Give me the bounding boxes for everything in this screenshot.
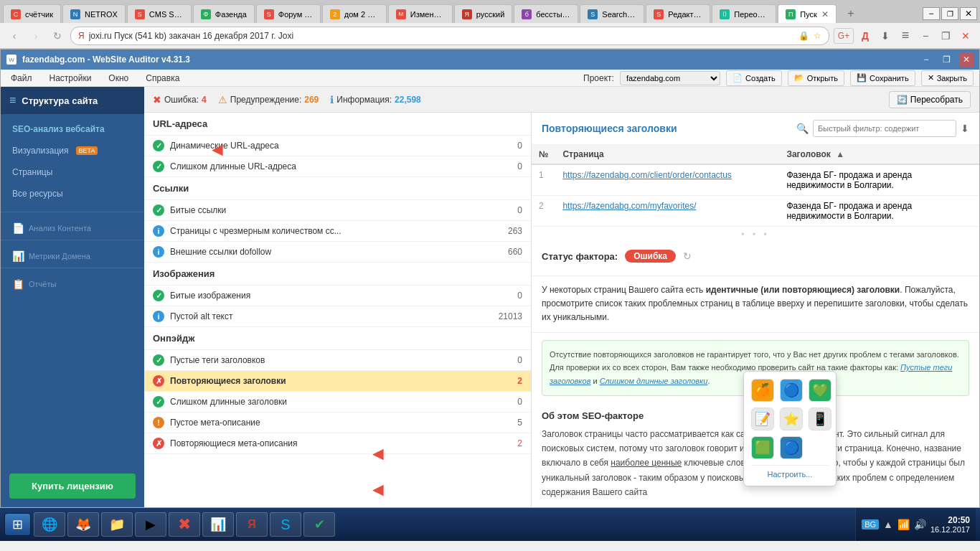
audit-item-dup-meta[interactable]: ✗ Повторяющиеся мета-описания 2 [144, 433, 531, 454]
popup-settings-link[interactable]: Настроить... [751, 465, 829, 479]
project-label: Проект: [583, 73, 614, 83]
tray-lang[interactable]: BG [862, 519, 879, 529]
browser-tab-5[interactable]: S Форум р... [256, 4, 321, 23]
browser-tab-4[interactable]: Ф Фазенда [193, 4, 255, 23]
browser-tab-11[interactable]: S Редактир... [646, 4, 710, 23]
menu-settings[interactable]: Настройки [45, 72, 96, 85]
audit-item-empty-titles[interactable]: ✓ Пустые теги заголовков 0 [144, 350, 531, 371]
window-close-icon[interactable]: ✕ [957, 27, 974, 44]
new-tab-button[interactable]: + [841, 4, 861, 23]
taskbar-app-x[interactable]: ✖ [169, 512, 200, 537]
audit-icon-green-4: ✓ [153, 290, 164, 301]
row-2-link[interactable]: https://fazendabg.com/myfavorites/ [562, 201, 696, 211]
taskbar-app-media[interactable]: ▶ [135, 512, 166, 537]
popup-icon-3[interactable]: 💚 [809, 379, 831, 402]
tray-arrow-icon[interactable]: ▲ [883, 519, 893, 530]
app-close[interactable]: ✕ [959, 52, 974, 67]
audit-item-empty-meta[interactable]: ! Пустое мета-описание 5 [144, 413, 531, 433]
buy-license-button[interactable]: Купить лицензию [9, 474, 136, 499]
tab-close-13[interactable]: ✕ [821, 9, 829, 19]
audit-item-broken-images[interactable]: ✓ Битые изображения 0 [144, 286, 531, 306]
tray-net-icon[interactable]: 📶 [897, 519, 910, 530]
sidebar-item-seo[interactable]: SEO-анализ вебсайта [1, 118, 144, 140]
minimize-browser[interactable]: − [923, 7, 940, 20]
taskbar-app-yandex[interactable]: Я [236, 512, 268, 537]
project-select[interactable]: fazendabg.com [620, 71, 720, 85]
taskbar-app-firefox[interactable]: 🦊 [67, 512, 99, 537]
app-minimize[interactable]: − [919, 52, 933, 67]
forward-button[interactable]: › [27, 27, 44, 44]
rebuild-button[interactable]: 🔄 Пересобрать [889, 91, 971, 108]
row-1-url[interactable]: https://fazendabg.com/client/order/conta… [555, 164, 779, 196]
tray-volume-icon[interactable]: 🔊 [914, 519, 926, 530]
browser-tab-13[interactable]: П Пуск ✕ [778, 4, 837, 23]
taskbar-app-check[interactable]: ✔ [303, 512, 335, 537]
sidebar-section-reports[interactable]: 📋 Отчёты [1, 271, 144, 293]
menu-browser-icon[interactable]: ≡ [897, 27, 914, 44]
menu-window[interactable]: Окно [104, 72, 133, 85]
taskbar-app-skype[interactable]: S [270, 512, 301, 537]
create-button[interactable]: 📄 Создать [726, 70, 782, 86]
app-maximize[interactable]: ❐ [939, 52, 953, 67]
taskbar-app-chart[interactable]: 📊 [202, 512, 234, 537]
sidebar-item-pages[interactable]: Страницы [1, 161, 144, 183]
refresh-icon[interactable]: ↻ [683, 250, 692, 262]
close-browser[interactable]: ✕ [960, 7, 977, 20]
audit-item-dup-titles[interactable]: ✗ Повторяющиеся заголовки 2 [144, 371, 531, 392]
audit-item-dynamic-urls[interactable]: ✓ Динамические URL-адреса 0 [144, 136, 531, 156]
popup-icon-1[interactable]: 🍊 [751, 379, 774, 402]
popup-icon-8[interactable]: 🔵 [780, 436, 803, 459]
download-browser-icon[interactable]: ⬇ [877, 27, 894, 44]
audit-item-empty-alt[interactable]: i Пустой alt текст 21013 [144, 306, 531, 327]
close-project-button[interactable]: ✕ Закрыть [921, 70, 974, 86]
browser-tab-10[interactable]: S Search C... [580, 4, 644, 23]
popup-icon-2[interactable]: 🔵 [780, 379, 803, 402]
row-2-url[interactable]: https://fazendabg.com/myfavorites/ [555, 196, 779, 227]
extensions-icon[interactable]: G+ [834, 28, 854, 44]
open-button[interactable]: 📂 Открыть [788, 70, 844, 86]
tab-label-9: бесстыд... [536, 10, 570, 19]
popup-icon-4[interactable]: 📝 [751, 408, 774, 430]
browser-tab-6[interactable]: 2 дом 2 се... [322, 4, 387, 23]
sidebar-item-resources[interactable]: Все ресурсы [1, 183, 144, 204]
popup-icon-7[interactable]: 🟩 [751, 436, 774, 459]
sidebar-section-metrics[interactable]: 📊 Метрики Домена [1, 243, 144, 265]
window-restore-icon[interactable]: ❐ [937, 27, 954, 44]
back-button[interactable]: ‹ [6, 27, 23, 44]
yandex-icon[interactable]: Д [857, 27, 874, 44]
audit-item-long-titles[interactable]: ✓ Слишком длинные заголовки 0 [144, 392, 531, 413]
address-bar[interactable]: Я joxi.ru Пуск (541 kb) закачан 16 декаб… [70, 27, 829, 45]
audit-item-excess-links[interactable]: i Страницы с чрезмерным количеством сс..… [144, 221, 531, 242]
audit-item-dofollow[interactable]: i Внешние ссылки dofollow 660 [144, 242, 531, 263]
browser-tab-9[interactable]: б бесстыд... [514, 4, 578, 23]
menu-file[interactable]: Файл [6, 72, 37, 85]
taskbar-app-files[interactable]: 📁 [101, 512, 133, 537]
save-button[interactable]: 💾 Сохранить [850, 70, 915, 86]
download-table-icon[interactable]: ⬇ [961, 123, 969, 134]
filter-input[interactable] [813, 120, 956, 137]
window-min-icon[interactable]: − [917, 27, 934, 44]
browser-tab-12[interactable]: ⟨⟩ Переобъ... [712, 4, 776, 23]
browser-tab-2[interactable]: N NETROX [62, 4, 126, 23]
menu-help[interactable]: Справка [141, 72, 184, 85]
popup-icon-5[interactable]: ⭐ [780, 408, 803, 430]
audit-item-broken-links[interactable]: ✓ Битые ссылки 0 [144, 200, 531, 221]
sort-arrow: ▲ [836, 149, 844, 159]
error-icon: ✖ [153, 94, 161, 105]
start-button[interactable]: ⊞ [4, 513, 31, 536]
sidebar-item-viz[interactable]: Визуализация BETA [1, 140, 144, 161]
info-link-long-titles[interactable]: Слишком длинные заголовки [600, 377, 708, 385]
audit-icon-green-3: ✓ [153, 204, 164, 216]
browser-tab-3[interactable]: S CMS Site... [127, 4, 192, 23]
maximize-browser[interactable]: ❐ [941, 7, 958, 20]
sidebar-section-content[interactable]: 📄 Анализ Контента [1, 215, 144, 237]
audit-item-long-urls[interactable]: ✓ Слишком длинные URL-адреса 0 [144, 156, 531, 177]
browser-tab-1[interactable]: С счётчик [3, 4, 61, 23]
refresh-button[interactable]: ↻ [49, 27, 66, 44]
popup-icon-6[interactable]: 📱 [809, 408, 831, 430]
row-1-link[interactable]: https://fazendabg.com/client/order/conta… [562, 170, 731, 180]
taskbar-app-ie[interactable]: 🌐 [34, 512, 65, 537]
divider-dots: • • • [532, 227, 979, 242]
browser-tab-8[interactable]: Я русский [454, 4, 512, 23]
browser-tab-7[interactable]: M Изменен... [388, 4, 453, 23]
